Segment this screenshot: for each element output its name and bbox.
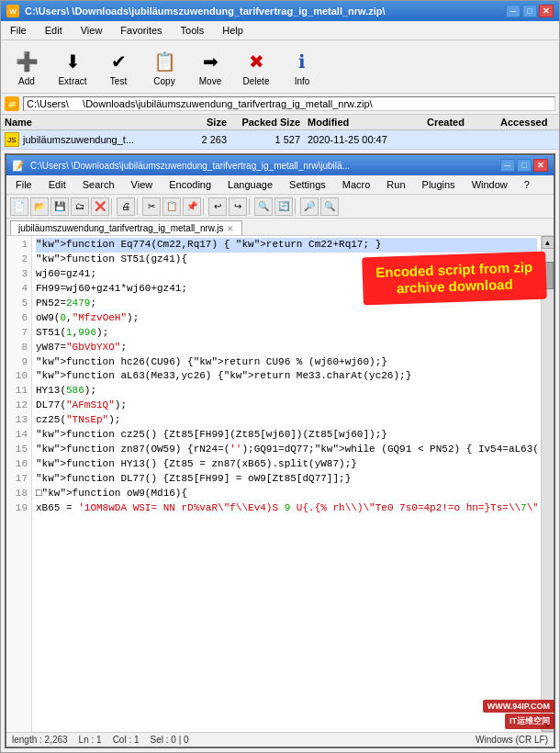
line-number: 5: [10, 297, 28, 311]
menu-view[interactable]: View: [75, 23, 108, 38]
line-number: 18: [10, 487, 28, 501]
line-number: 3: [10, 267, 28, 282]
np-zoom-out-btn[interactable]: 🔍: [320, 197, 339, 216]
line-number: 4: [10, 282, 28, 297]
menu-tools[interactable]: Tools: [175, 23, 210, 38]
code-line: yW87="GbVbYXO";: [36, 341, 537, 355]
copy-icon: 📋: [150, 47, 179, 76]
menu-edit[interactable]: Edit: [39, 23, 68, 38]
notepad-window-controls: ─ □ ✕: [500, 159, 548, 172]
extract-button[interactable]: ⬇ Extract: [50, 44, 95, 89]
notepad-maximize[interactable]: □: [517, 159, 532, 172]
file-size: 2 263: [170, 134, 234, 145]
delete-button[interactable]: ✖ Delete: [234, 44, 278, 89]
copy-button[interactable]: 📋 Copy: [142, 44, 186, 89]
line-number: 2: [10, 253, 28, 267]
code-line: "kw">function cz25() {Zt85[FH99](Zt85[wj…: [36, 428, 537, 443]
menu-help[interactable]: Help: [217, 23, 249, 38]
winrar-toolbar: ➕ Add ⬇ Extract ✔ Test 📋 Copy ➡ Move ✖ D…: [1, 40, 559, 94]
info-icon: ℹ: [287, 47, 317, 76]
address-input[interactable]: [23, 96, 555, 111]
np-open-btn[interactable]: 📂: [30, 197, 49, 216]
np-menu-view[interactable]: View: [126, 177, 159, 192]
vertical-scrollbar[interactable]: ▲ ▼: [541, 236, 554, 732]
winrar-title: C:\Users\ \Downloads\jubiläumszuwendung_…: [25, 6, 386, 17]
code-line: "kw">function DL77() {Zt85[FH99] = oW9[Z…: [36, 472, 537, 487]
folder-icon: 📁: [5, 96, 19, 111]
notepad-titlebar: 📝 C:\Users\ \Downloads\jubiläumszuwendun…: [6, 155, 554, 175]
np-new-btn[interactable]: 📄: [10, 197, 28, 216]
col-modified-header: Modified: [308, 117, 427, 128]
winrar-titlebar: W C:\Users\ \Downloads\jubiläumszuwendun…: [1, 1, 559, 21]
extract-icon: ⬇: [58, 47, 87, 76]
status-ln: Ln : 1: [79, 735, 102, 745]
tab-label: jubiläumszuwendung_tarifvertrag_ig_metal…: [18, 223, 223, 233]
move-button[interactable]: ➡ Move: [188, 44, 232, 89]
line-number: 19: [10, 501, 28, 516]
np-print-btn[interactable]: 🖨: [117, 197, 135, 216]
delete-label: Delete: [243, 76, 270, 86]
np-find-btn[interactable]: 🔍: [254, 197, 273, 216]
notepad-title: C:\Users\ \Downloads\jubiläumszuwendung_…: [30, 161, 350, 171]
np-redo-btn[interactable]: ↪: [229, 197, 247, 216]
toolbar-separator-2: [137, 198, 140, 215]
watermark-site1: WWW.94IP.COM: [483, 700, 554, 713]
menu-file[interactable]: File: [5, 23, 32, 38]
info-button[interactable]: ℹ Info: [280, 44, 324, 89]
np-replace-btn[interactable]: 🔄: [274, 197, 293, 216]
code-line: DL77("AFmS1Q");: [36, 399, 537, 413]
code-line: "kw">function Eq774(Cm22,Rq17) { "kw">re…: [36, 238, 537, 253]
maximize-button[interactable]: □: [522, 5, 537, 17]
line-number: 6: [10, 311, 28, 326]
np-menu-plugins[interactable]: Plugins: [417, 177, 461, 192]
np-save-btn[interactable]: 💾: [50, 197, 69, 216]
line-number: 17: [10, 472, 28, 487]
code-line: xB65 = '1OM8wDA WSI= NN rD%vaR\"f\\Ev4)S…: [36, 501, 537, 516]
file-row[interactable]: JS jubiläumszuwendung_t... 2 263 1 527 2…: [1, 130, 559, 150]
code-line: "kw">function aL63(Me33,yc26) {"kw">retu…: [36, 369, 537, 384]
np-undo-btn[interactable]: ↩: [208, 197, 227, 216]
toolbar-separator-1: [111, 198, 115, 215]
notepad-close[interactable]: ✕: [533, 159, 548, 172]
watermark-site2: IT运维空间: [505, 714, 554, 729]
np-close-btn[interactable]: ❌: [91, 197, 109, 216]
np-cut-btn[interactable]: ✂: [142, 197, 161, 216]
tab-close-icon[interactable]: ✕: [227, 224, 234, 233]
line-numbers: 12345678910111213141516171819: [6, 236, 32, 732]
np-menu-search[interactable]: Search: [77, 177, 120, 192]
status-col: Col : 1: [113, 735, 140, 745]
minimize-button[interactable]: ─: [506, 5, 521, 17]
annotation-text: Encoded script from zip archive download: [375, 259, 532, 296]
np-menu-encoding[interactable]: Encoding: [163, 177, 217, 192]
np-menu-file[interactable]: File: [10, 177, 38, 192]
line-number: 12: [10, 399, 28, 413]
np-menu-run[interactable]: Run: [381, 177, 410, 192]
notepad-minimize[interactable]: ─: [500, 159, 515, 172]
line-number: 11: [10, 384, 28, 399]
np-menu-help[interactable]: ?: [519, 177, 535, 192]
line-number: 1: [10, 238, 28, 253]
close-button[interactable]: ✕: [539, 5, 554, 17]
np-saveall-btn[interactable]: 🗂: [71, 197, 89, 216]
np-menu-settings[interactable]: Settings: [284, 177, 331, 192]
menu-favorites[interactable]: Favorites: [115, 23, 167, 38]
np-menu-edit[interactable]: Edit: [43, 177, 72, 192]
np-copy2-btn[interactable]: 📋: [162, 197, 181, 216]
code-content[interactable]: "kw">function Eq774(Cm22,Rq17) { "kw">re…: [32, 236, 541, 732]
np-menu-macro[interactable]: Macro: [337, 177, 376, 192]
copy-label: Copy: [153, 76, 174, 86]
np-zoom-in-btn[interactable]: 🔎: [300, 197, 319, 216]
tab-js-file[interactable]: jubiläumszuwendung_tarifvertrag_ig_metal…: [10, 220, 242, 235]
code-editor[interactable]: 12345678910111213141516171819 "kw">funct…: [6, 236, 554, 732]
delete-icon: ✖: [241, 47, 271, 76]
move-icon: ➡: [196, 47, 225, 76]
scroll-up-arrow[interactable]: ▲: [542, 236, 554, 249]
add-button[interactable]: ➕ Add: [5, 44, 49, 89]
np-paste-btn[interactable]: 📌: [183, 197, 201, 216]
test-button[interactable]: ✔ Test: [96, 44, 140, 89]
js-file-icon: JS: [5, 132, 19, 147]
np-menu-window[interactable]: Window: [466, 177, 513, 192]
line-number: 13: [10, 413, 28, 428]
np-menu-language[interactable]: Language: [222, 177, 278, 192]
status-sel: Sel : 0 | 0: [151, 735, 189, 745]
